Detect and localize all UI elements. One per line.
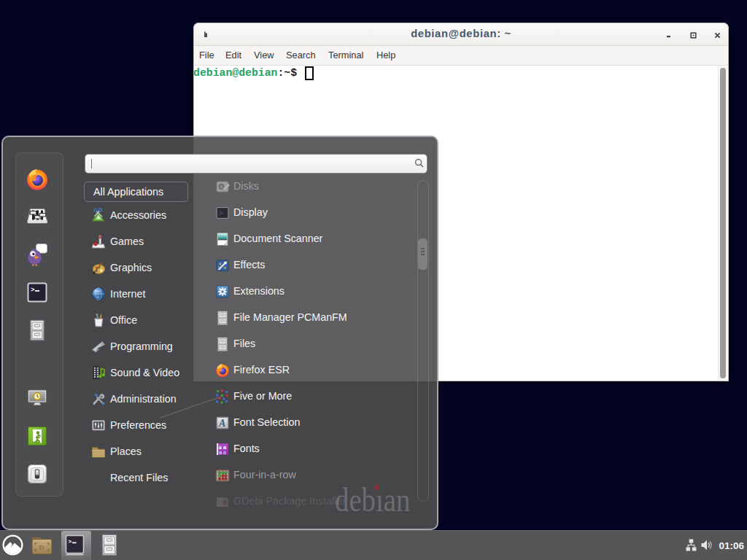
svg-text:>: >	[31, 287, 34, 294]
svg-text:a: a	[223, 449, 226, 456]
svg-text:D: D	[39, 544, 44, 551]
svg-text:A: A	[218, 418, 225, 429]
svg-text:>: >	[69, 538, 72, 545]
